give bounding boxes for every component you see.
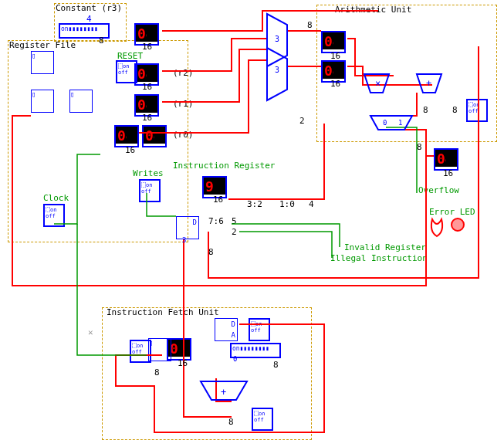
w8-c: 8: [423, 105, 428, 115]
dflop-ir: D: [176, 216, 199, 239]
writes-label: Writes: [133, 168, 164, 178]
disp-alu-out: 04: [434, 148, 458, 171]
dflop-rf1: ▯: [31, 51, 54, 74]
disp-r0b: 04: [142, 125, 167, 147]
w2-b: 2: [232, 227, 237, 237]
regfile-label: Register File: [9, 40, 76, 50]
w16-e: 16: [213, 195, 223, 205]
w8-b: 8: [307, 20, 313, 30]
sw-clock[interactable]: onoff: [43, 204, 65, 227]
w8-g: 8: [154, 367, 160, 378]
w16-c: 16: [142, 113, 152, 123]
dflop-ifu: DA: [215, 318, 238, 341]
dip-ifu[interactable]: on▮▮▮▮▮▮▮▮: [230, 343, 281, 358]
disp-r0a: 04: [114, 125, 139, 147]
sw-ifu-d[interactable]: onoff: [249, 318, 270, 341]
bits-32: 3:2: [247, 199, 262, 209]
w8-h: 8: [273, 360, 279, 370]
ifu-label: Instruction Fetch Unit: [107, 307, 219, 317]
bits-10: 1:0: [279, 199, 295, 209]
r1-label: (r1): [173, 99, 194, 109]
w8-a: 8: [99, 36, 104, 46]
mux-sel-3: 3: [275, 35, 279, 43]
sw-writes[interactable]: onoff: [139, 179, 161, 202]
w16-f: 16: [330, 51, 340, 61]
w16-g: 16: [330, 79, 340, 89]
alu-label: Arithmetic Unit: [335, 5, 411, 15]
dflop-ifu2: ▯: [148, 338, 171, 361]
overflow-label: Overflow: [418, 185, 459, 195]
error-led-icon: [451, 218, 465, 232]
w16-h: 16: [443, 168, 453, 178]
instruction-fetch-block: [102, 307, 312, 440]
sw-reset[interactable]: onoff: [116, 60, 137, 83]
w2-a: 2: [299, 116, 305, 126]
svg-marker-0: [267, 14, 287, 66]
bit-4: 4: [309, 199, 314, 209]
w16-a: 16: [142, 42, 152, 52]
svg-text:3: 3: [275, 66, 279, 74]
invalid-reg-label: Invalid Register: [344, 242, 426, 252]
constant-label: Constant (r3): [56, 3, 122, 13]
r2-label: (r2): [173, 68, 194, 78]
instr-reg-label: Instruction Register: [173, 161, 275, 171]
w8-e: 8: [417, 142, 422, 152]
w16-i: 16: [178, 358, 188, 368]
w16-b: 16: [142, 82, 152, 92]
w16-d: 16: [125, 145, 135, 155]
error-led-label: Error LED: [429, 207, 475, 217]
bit-5: 5: [232, 216, 237, 226]
sw-ifu-adder[interactable]: onoff: [252, 408, 273, 431]
sw-alu-out[interactable]: onoff: [466, 99, 488, 122]
illegal-instr-label: Illegal Instruction: [330, 253, 428, 263]
x-mark: ✕: [88, 327, 93, 337]
w8-f: 8: [208, 247, 214, 257]
disp-alu-a: 04: [321, 31, 346, 53]
bits-76: 7:6: [208, 216, 224, 226]
w8-d: 8: [452, 105, 458, 115]
r0-label: (r0): [173, 130, 194, 140]
svg-marker-1: [267, 48, 287, 100]
w8-i: 8: [228, 417, 234, 427]
dflop-rf2: ▯: [31, 90, 54, 113]
dflop-rf3: ▯: [69, 90, 93, 113]
clock-label: Clock: [43, 193, 69, 203]
